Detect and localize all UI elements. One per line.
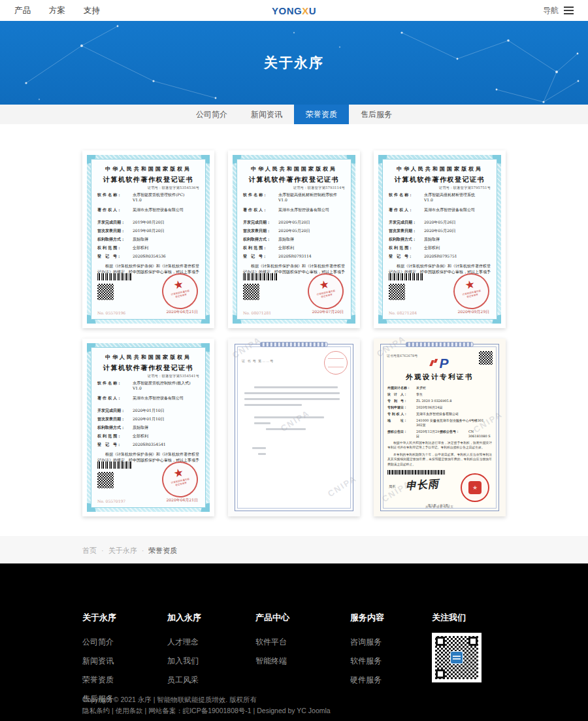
cert-field-row: 权利取得方式：原始取得 bbox=[389, 237, 491, 243]
footer-link[interactable]: 员工风采 bbox=[167, 671, 255, 690]
footer-link[interactable]: 硬件服务 bbox=[350, 671, 432, 690]
breadcrumb-current: 荣誉资质 bbox=[148, 546, 177, 554]
field-value: 2020年01月10日 bbox=[133, 408, 199, 414]
cert-field-row: 首次发表日期：2020年01月10日 bbox=[97, 416, 199, 422]
field-label: 权利取得方式： bbox=[97, 425, 133, 431]
nav-link[interactable]: 产品 bbox=[14, 5, 31, 16]
cert-field-row: 软 件 名 称：永序智能高值耗材柜控制程序软件 V1.0 bbox=[243, 192, 345, 203]
patent-fields: 外观设计名称：发货柜设 计 人：李生专 利 号：ZL 2020 3 032690… bbox=[387, 386, 492, 439]
tab-2[interactable]: 荣誉资质 bbox=[294, 105, 349, 124]
red-star-seal: ★计算机软件著作权登记专用章 bbox=[159, 458, 201, 501]
decorative-border bbox=[406, 342, 474, 347]
field-label: 开发完成日期： bbox=[97, 220, 133, 226]
seal-date: 2020年04月21日 bbox=[166, 497, 198, 503]
logo-slash bbox=[434, 359, 438, 363]
field-label: 权利取得方式： bbox=[243, 237, 278, 243]
cert-ornate-frame: 中华人民共和国国家版权局计算机软件著作权登记证书证书号：软著登字第5793114… bbox=[233, 155, 355, 324]
cert-field-row: 登 记 号：2020SR0795751 bbox=[389, 254, 491, 260]
national-emblem-icon: ★ bbox=[468, 481, 482, 494]
cert-field-row: 权利取得方式：原始取得 bbox=[97, 237, 199, 243]
patent-cert-number: 证书号第6762678号 bbox=[387, 354, 417, 358]
cert-field-row: 权利取得方式：原始取得 bbox=[243, 237, 345, 243]
footer-link[interactable]: 公司简介 bbox=[82, 633, 167, 652]
footer-link[interactable]: 软件平台 bbox=[255, 633, 350, 652]
footer-column-title: 加入永序 bbox=[167, 612, 255, 624]
certificate-copyright-4[interactable]: 中华人民共和国国家版权局计算机软件著作权登记证书证书号：软著登字第5354541… bbox=[82, 339, 214, 516]
nav-link[interactable]: 支持 bbox=[84, 5, 100, 16]
breadcrumb-link[interactable]: 首页 bbox=[82, 546, 97, 554]
cert-field-row: 登 记 号：2020SR0354536 bbox=[97, 254, 199, 260]
field-label: 开发完成日期： bbox=[97, 408, 133, 414]
field-value: 2020年01月10日 bbox=[133, 416, 199, 422]
tab-0[interactable]: 公司简介 bbox=[184, 105, 239, 124]
tab-1[interactable]: 新闻资讯 bbox=[239, 105, 294, 124]
certificate-copyright-1[interactable]: 中华人民共和国国家版权局计算机软件著作权登记证书证书号：软著登字第5354536… bbox=[82, 150, 214, 328]
qr-center-logo bbox=[450, 651, 463, 664]
tab-3[interactable]: 售后服务 bbox=[349, 105, 404, 124]
certificate-copyright-3[interactable]: 中华人民共和国国家版权局计算机软件著作权登记证书证书号：软著登字第5795751… bbox=[374, 150, 506, 328]
legal-separator: | bbox=[252, 707, 257, 714]
cert-field-row: 著 作 权 人：芜湖市永序智控设备有限公司 bbox=[389, 207, 491, 213]
legal-link[interactable]: 隐私条约 bbox=[82, 707, 110, 714]
field-value: 2020SR0793114 bbox=[278, 254, 345, 260]
footer-link[interactable]: 软件服务 bbox=[350, 652, 432, 671]
nav-link[interactable]: 方案 bbox=[49, 5, 65, 16]
cert-field-row: 权 利 范 围：全部权利 bbox=[389, 245, 491, 251]
breadcrumb: 首页·关于永序·荣誉资质 bbox=[0, 536, 588, 563]
certificate-design-patent[interactable]: CNIPA CNIPA CNIPA 证书号第6762678号 P 外观设计专利证… bbox=[374, 339, 506, 516]
barcode bbox=[389, 273, 424, 280]
field-label: 权 利 范 围： bbox=[243, 245, 278, 251]
legal-link[interactable]: 使用条款 bbox=[116, 707, 143, 714]
breadcrumb-link[interactable]: 关于永序 bbox=[108, 546, 137, 554]
field-value: 2020年06月24日 bbox=[416, 405, 492, 410]
main-nav: 产品方案支持 bbox=[14, 5, 100, 16]
patent-field-row: 设 计 人：李生 bbox=[387, 392, 492, 397]
qr-code bbox=[479, 351, 493, 365]
footer-link[interactable]: 新闻资讯 bbox=[82, 652, 167, 671]
cert-authority: 中华人民共和国国家版权局 bbox=[389, 165, 491, 173]
cert-bottom-zone: No. 08271284★计算机软件著作权登记专用章2020年09月29日 bbox=[389, 273, 491, 315]
breadcrumb-separator: · bbox=[101, 546, 104, 554]
field-label: 首次发表日期： bbox=[243, 228, 278, 234]
field-value: 永序智能高值耗材柜控制程序软件 V1.0 bbox=[278, 192, 345, 203]
field-value: 永序智能发货机管理软件(PC) V1.0 bbox=[133, 192, 199, 203]
cert-row-1: 中华人民共和国国家版权局计算机软件著作权登记证书证书号：软著登字第5354536… bbox=[0, 150, 588, 328]
footer-link[interactable]: 咨询服务 bbox=[350, 633, 432, 652]
field-value: 2020年05月26日 bbox=[424, 220, 491, 226]
footer-link[interactable]: 人才理念 bbox=[167, 633, 255, 652]
cert-authority: 中华人民共和国国家版权局 bbox=[97, 354, 199, 361]
cert-page: 中华人民共和国国家版权局计算机软件著作权登记证书证书号：软著登字第5354536… bbox=[91, 159, 206, 320]
certificate-letter[interactable]: CNIPA CNIPA CNIPA 证 书 号 第……号 bbox=[228, 339, 360, 516]
red-star-seal: ★计算机软件著作权登记专用章 bbox=[159, 270, 201, 312]
field-value: 全部权利 bbox=[424, 245, 491, 251]
field-value: 全部权利 bbox=[133, 245, 199, 251]
cert-field-row: 权利取得方式：原始取得 bbox=[97, 425, 199, 431]
logo[interactable]: YONGXU bbox=[272, 5, 316, 16]
field-value: 2020年05月20日 bbox=[424, 228, 491, 234]
field-label: 登 记 号： bbox=[389, 254, 424, 260]
cert-field-row: 软 件 名 称：永序智能发货机控制软件(嵌入式) V1.0 bbox=[97, 380, 199, 391]
cert-field-row: 开发完成日期：2020年05月20日 bbox=[243, 220, 345, 226]
field-value: 芜湖市永序智控设备有限公司 bbox=[133, 395, 199, 401]
decorative-border bbox=[260, 342, 328, 347]
letter-body bbox=[244, 386, 344, 459]
hamburger-icon[interactable] bbox=[564, 7, 574, 14]
seal-date: 2020年04月21日 bbox=[166, 309, 198, 315]
field-value: 芜湖市永序智控设备有限公司 bbox=[133, 207, 199, 213]
menu-toggle-label[interactable]: 导航 bbox=[543, 5, 559, 16]
legal-link[interactable]: Designed by YC Joomla bbox=[257, 707, 330, 714]
footer: 关于永序公司简介新闻资讯荣誉资质售后服务加入永序人才理念加入我们员工风采产品中心… bbox=[0, 563, 588, 721]
certificate-copyright-2[interactable]: 中华人民共和国国家版权局计算机软件著作权登记证书证书号：软著登字第5793114… bbox=[228, 150, 360, 328]
cert-field-row: 首次发表日期：2019年08月20日 bbox=[97, 228, 199, 234]
field-value: 2020SR0354541 bbox=[133, 442, 199, 448]
footer-link[interactable]: 智能终端 bbox=[255, 652, 350, 671]
field-value: 2020年05月20日 bbox=[278, 220, 345, 226]
cert-field-row: 开发完成日期：2020年05月26日 bbox=[389, 220, 491, 226]
patent-field-row: 专 利 号：ZL 2020 3 0326905.8 bbox=[387, 399, 492, 403]
field-label: 地 址： bbox=[387, 418, 416, 428]
footer-link[interactable]: 荣誉资质 bbox=[82, 671, 167, 690]
footer-link[interactable]: 加入我们 bbox=[167, 652, 255, 671]
field-value: 发货柜 bbox=[416, 386, 492, 390]
field-value: 李生 bbox=[416, 392, 492, 397]
field-label: 权利取得方式： bbox=[389, 237, 424, 243]
